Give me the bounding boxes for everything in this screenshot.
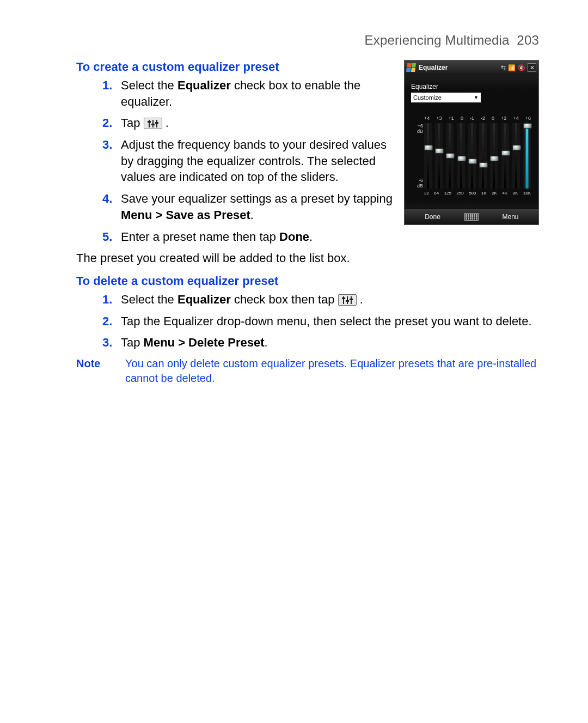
slider-value: -2 xyxy=(481,116,485,121)
freq-label: 64 xyxy=(434,191,439,196)
note-text: You can only delete custom equalizer pre… xyxy=(125,356,539,386)
note-label: Note xyxy=(76,356,125,386)
keyboard-icon xyxy=(464,213,479,221)
slider-thumb[interactable] xyxy=(479,162,488,168)
freq-label: 125 xyxy=(444,191,451,196)
slider-value: +3 xyxy=(436,116,442,121)
page-number: 203 xyxy=(517,33,539,47)
chapter-title: Experiencing Multimedia xyxy=(365,33,510,47)
slider-value: +2 xyxy=(501,116,506,121)
slider-thumb[interactable] xyxy=(468,159,477,164)
slider-thumb[interactable] xyxy=(446,153,455,159)
window-title: Equalizer xyxy=(419,64,501,71)
svg-rect-7 xyxy=(342,297,345,299)
step-number: 4. xyxy=(102,191,112,207)
close-icon[interactable]: ✕ xyxy=(528,63,536,72)
slider-value: +4 xyxy=(424,116,430,121)
freq-label: 250 xyxy=(456,191,463,196)
freq-label: 32 xyxy=(424,191,429,196)
page-header: Experiencing Multimedia 203 xyxy=(76,33,539,48)
eq-slider[interactable] xyxy=(435,123,443,189)
step-number: 1. xyxy=(102,77,112,94)
connectivity-icon[interactable]: ⇆ xyxy=(501,64,506,71)
freq-label: 16K xyxy=(523,191,531,196)
signal-icon[interactable]: 📶 xyxy=(508,64,516,71)
freq-label: 4K xyxy=(502,191,507,196)
start-icon[interactable] xyxy=(406,63,416,72)
slider-thumb[interactable] xyxy=(490,156,499,161)
svg-rect-3 xyxy=(151,124,155,125)
delete-step-3: 3. Tap Menu > Delete Preset. xyxy=(76,335,539,351)
slider-thumb[interactable] xyxy=(512,145,521,150)
slider-thumb[interactable] xyxy=(523,123,532,129)
slider-value: 0 xyxy=(492,116,494,121)
section-title-create: To create a custom equalizer preset xyxy=(76,60,393,74)
step-number: 2. xyxy=(102,313,112,330)
delete-step-2: 2. Tap the Equalizer drop-down menu, the… xyxy=(76,313,539,330)
slider-thumb[interactable] xyxy=(435,148,444,154)
create-step-3: 3. Adjust the frequency bands to your de… xyxy=(76,137,393,185)
preset-value: Customize xyxy=(413,94,442,101)
freq-label: 8K xyxy=(513,191,518,196)
freq-label: 500 xyxy=(469,191,476,196)
keyboard-button[interactable] xyxy=(461,209,482,224)
device-title-bar[interactable]: Equalizer ⇆ 📶 🔇 ✕ xyxy=(405,60,538,75)
section-title-delete: To delete a custom equalizer preset xyxy=(76,274,539,288)
create-step-5: 5. Enter a preset name then tap Done. xyxy=(76,229,393,245)
eq-slider[interactable] xyxy=(512,123,520,189)
svg-rect-11 xyxy=(350,299,353,300)
slider-thumb[interactable] xyxy=(424,145,433,150)
preset-dropdown[interactable]: Customize ▼ xyxy=(411,93,481,102)
slider-thumb[interactable] xyxy=(457,156,466,161)
done-button[interactable]: Done xyxy=(405,209,461,224)
eq-slider[interactable] xyxy=(501,123,509,189)
step-number: 3. xyxy=(102,137,112,153)
eq-slider[interactable] xyxy=(523,123,531,189)
svg-rect-5 xyxy=(155,122,158,124)
create-step-1: 1. Select the Equalizer check box to ena… xyxy=(76,77,393,110)
svg-rect-1 xyxy=(148,121,151,123)
slider-thumb[interactable] xyxy=(501,150,510,156)
volume-icon[interactable]: 🔇 xyxy=(518,64,525,71)
after-create-text: The preset you created will be added to … xyxy=(76,250,393,266)
step-number: 5. xyxy=(102,229,112,245)
freq-label: 2K xyxy=(492,191,497,196)
chevron-down-icon: ▼ xyxy=(474,95,479,100)
equalizer-sliders-icon xyxy=(144,118,162,129)
note-block: Note You can only delete custom equalize… xyxy=(76,356,539,386)
step-number: 2. xyxy=(102,115,112,131)
menu-button[interactable]: Menu xyxy=(482,209,538,224)
device-screenshot: Equalizer ⇆ 📶 🔇 ✕ Equalizer Customize ▼ xyxy=(404,60,539,225)
eq-slider[interactable] xyxy=(446,123,454,189)
step-number: 1. xyxy=(102,291,112,308)
eq-slider[interactable] xyxy=(468,123,476,189)
eq-slider[interactable] xyxy=(479,123,487,189)
eq-slider[interactable] xyxy=(490,123,498,189)
create-step-2: 2. Tap . xyxy=(76,115,393,131)
create-step-4: 4. Save your equalizer settings as a pre… xyxy=(76,191,393,223)
slider-value: +4 xyxy=(513,116,518,121)
eq-slider[interactable] xyxy=(424,123,432,189)
slider-value: -1 xyxy=(470,116,474,121)
slider-value: 0 xyxy=(461,116,463,121)
equalizer-label: Equalizer xyxy=(411,83,532,90)
step-number: 3. xyxy=(102,335,112,351)
slider-value: +6 xyxy=(525,116,531,121)
equalizer-sliders-icon xyxy=(338,294,357,306)
delete-step-1: 1. Select the Equalizer check box then t… xyxy=(76,291,539,308)
slider-value: +1 xyxy=(449,116,454,121)
svg-rect-9 xyxy=(346,300,349,302)
freq-label: 1K xyxy=(481,191,487,196)
eq-slider[interactable] xyxy=(457,123,465,189)
